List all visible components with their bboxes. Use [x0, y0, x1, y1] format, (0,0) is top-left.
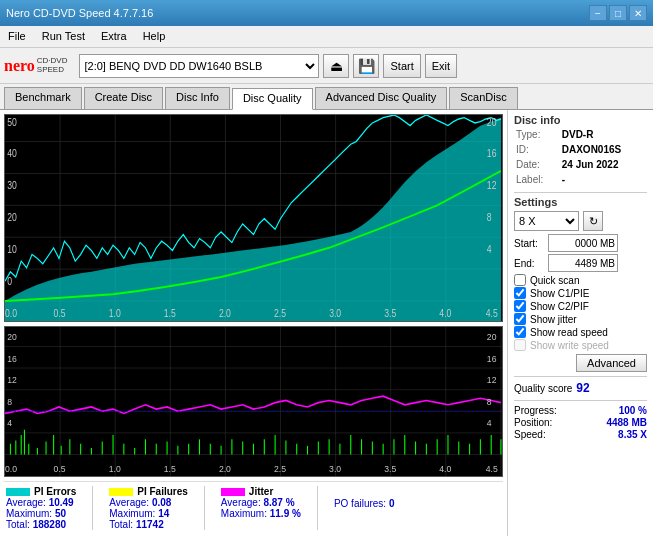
- drive-selector[interactable]: [2:0] BENQ DVD DD DW1640 BSLB: [79, 54, 319, 78]
- show-jitter-checkbox[interactable]: [514, 313, 526, 325]
- legend-area: PI Errors Average: 10.49 Maximum: 50 Tot…: [4, 481, 503, 532]
- menu-runtest[interactable]: Run Test: [38, 28, 89, 45]
- pi-errors-swatch: [6, 488, 30, 496]
- svg-text:1.0: 1.0: [109, 464, 121, 474]
- svg-text:2.5: 2.5: [274, 464, 286, 474]
- svg-text:1.5: 1.5: [164, 307, 176, 319]
- maximize-button[interactable]: □: [609, 5, 627, 21]
- legend-divider-3: [317, 486, 318, 530]
- progress-label: Progress:: [514, 405, 557, 416]
- svg-text:12: 12: [7, 375, 17, 385]
- disc-label-label: Label:: [516, 173, 560, 186]
- svg-text:50: 50: [7, 116, 17, 128]
- tab-disc-info[interactable]: Disc Info: [165, 87, 230, 109]
- show-c2pif-checkbox[interactable]: [514, 300, 526, 312]
- svg-text:8: 8: [7, 397, 12, 407]
- jitter-label: Jitter: [249, 486, 273, 497]
- speed-selector[interactable]: 8 X: [514, 211, 579, 231]
- progress-row: Progress: 100 %: [514, 405, 647, 416]
- start-button[interactable]: Start: [383, 54, 420, 78]
- position-label: Position:: [514, 417, 552, 428]
- bottom-chart-svg: 20 16 12 8 4 20 16 12 8 4 0.0 0.5 1.0 1.…: [5, 327, 502, 476]
- exit-button[interactable]: Exit: [425, 54, 457, 78]
- menu-file[interactable]: File: [4, 28, 30, 45]
- pi-errors-avg-label: Average:: [6, 497, 46, 508]
- svg-text:20: 20: [487, 116, 497, 128]
- po-failures-value: 0: [389, 498, 395, 509]
- pi-errors-total-label: Total:: [6, 519, 30, 530]
- show-read-speed-row: Show read speed: [514, 326, 647, 338]
- jitter-swatch: [221, 488, 245, 496]
- disc-date-label: Date:: [516, 158, 560, 171]
- disc-info-title: Disc info: [514, 114, 647, 126]
- svg-text:30: 30: [7, 180, 17, 192]
- svg-text:16: 16: [487, 353, 497, 363]
- tab-scandisc[interactable]: ScanDisc: [449, 87, 517, 109]
- nero-logo-text: nero: [4, 57, 35, 75]
- speed-row: 8 X ↻: [514, 211, 647, 231]
- legend-divider-1: [92, 486, 93, 530]
- jitter-avg-label: Average:: [221, 497, 261, 508]
- svg-text:4: 4: [487, 418, 492, 428]
- tab-create-disc[interactable]: Create Disc: [84, 87, 163, 109]
- show-write-speed-checkbox[interactable]: [514, 339, 526, 351]
- start-mb-row: Start:: [514, 234, 647, 252]
- disc-info-section: Disc info Type: DVD-R ID: DAXON016S Date…: [514, 114, 647, 188]
- legend-divider-2: [204, 486, 205, 530]
- svg-text:0.0: 0.0: [5, 464, 17, 474]
- right-panel: Disc info Type: DVD-R ID: DAXON016S Date…: [508, 110, 653, 536]
- tab-advanced-disc-quality[interactable]: Advanced Disc Quality: [315, 87, 448, 109]
- tab-benchmark[interactable]: Benchmark: [4, 87, 82, 109]
- end-mb-input[interactable]: [548, 254, 618, 272]
- disc-id-label: ID:: [516, 143, 560, 156]
- save-button[interactable]: 💾: [353, 54, 379, 78]
- quick-scan-checkbox[interactable]: [514, 274, 526, 286]
- position-value: 4488 MB: [606, 417, 647, 428]
- svg-text:8: 8: [487, 397, 492, 407]
- menu-extra[interactable]: Extra: [97, 28, 131, 45]
- pi-failures-total-label: Total:: [109, 519, 133, 530]
- eject-button[interactable]: ⏏: [323, 54, 349, 78]
- svg-text:2.0: 2.0: [219, 307, 231, 319]
- legend-po-failures: PO failures: 0: [334, 486, 395, 530]
- show-jitter-label: Show jitter: [530, 314, 577, 325]
- chart-area: 50 40 30 20 10 0 20 16 12 8 4 0.0 0.5 1.…: [0, 110, 508, 536]
- svg-text:12: 12: [487, 375, 497, 385]
- show-c1pie-row: Show C1/PIE: [514, 287, 647, 299]
- advanced-btn-container: Advanced: [514, 352, 647, 372]
- show-c1pie-label: Show C1/PIE: [530, 288, 589, 299]
- svg-text:10: 10: [7, 243, 17, 255]
- minimize-button[interactable]: −: [589, 5, 607, 21]
- svg-text:4.5: 4.5: [486, 307, 498, 319]
- app-logo: nero CD·DVDSPEED: [4, 57, 67, 75]
- start-mb-input[interactable]: [548, 234, 618, 252]
- advanced-button[interactable]: Advanced: [576, 354, 647, 372]
- tab-disc-quality[interactable]: Disc Quality: [232, 88, 313, 110]
- svg-text:4.0: 4.0: [439, 307, 451, 319]
- pi-failures-max-value: 14: [158, 508, 169, 519]
- pi-errors-max-value: 50: [55, 508, 66, 519]
- refresh-button[interactable]: ↻: [583, 211, 603, 231]
- svg-text:0.5: 0.5: [54, 464, 66, 474]
- close-window-button[interactable]: ✕: [629, 5, 647, 21]
- show-c1pie-checkbox[interactable]: [514, 287, 526, 299]
- menu-help[interactable]: Help: [139, 28, 170, 45]
- show-write-speed-row: Show write speed: [514, 339, 647, 351]
- title-bar-controls: − □ ✕: [589, 5, 647, 21]
- svg-text:0.0: 0.0: [5, 307, 17, 319]
- svg-text:3.0: 3.0: [329, 307, 341, 319]
- title-bar-title: Nero CD-DVD Speed 4.7.7.16: [6, 7, 153, 19]
- top-chart: 50 40 30 20 10 0 20 16 12 8 4 0.0 0.5 1.…: [4, 114, 503, 322]
- pi-failures-max-label: Maximum:: [109, 508, 155, 519]
- svg-text:3.5: 3.5: [384, 464, 396, 474]
- svg-text:0.5: 0.5: [54, 307, 66, 319]
- show-read-speed-checkbox[interactable]: [514, 326, 526, 338]
- bottom-chart: 20 16 12 8 4 20 16 12 8 4 0.0 0.5 1.0 1.…: [4, 326, 503, 477]
- legend-pi-failures: PI Failures Average: 0.08 Maximum: 14 To…: [109, 486, 188, 530]
- toolbar: nero CD·DVDSPEED [2:0] BENQ DVD DD DW164…: [0, 48, 653, 84]
- pi-failures-avg-value: 0.08: [152, 497, 171, 508]
- pi-errors-max-label: Maximum:: [6, 508, 52, 519]
- show-c2pif-label: Show C2/PIF: [530, 301, 589, 312]
- top-chart-svg: 50 40 30 20 10 0 20 16 12 8 4 0.0 0.5 1.…: [5, 115, 502, 321]
- show-write-speed-label: Show write speed: [530, 340, 609, 351]
